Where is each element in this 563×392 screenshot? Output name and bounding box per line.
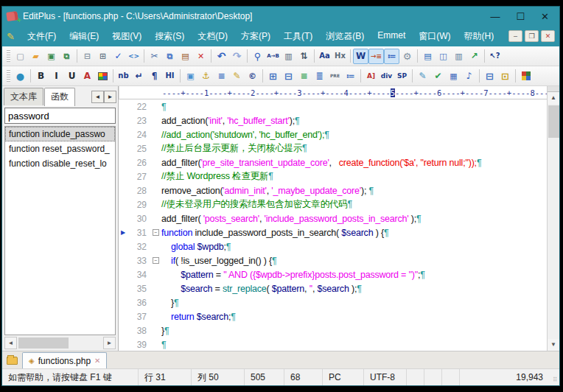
- center-align-button[interactable]: ≣: [312, 69, 327, 84]
- sidebar-tab-函数[interactable]: 函数: [44, 88, 75, 106]
- hex-view-button[interactable]: Hx: [332, 49, 348, 64]
- sidebar-tab-文本库[interactable]: 文本库: [4, 88, 43, 105]
- mdi-restore-button[interactable]: ❒: [525, 30, 539, 42]
- code-line[interactable]: 34 $pattern = " AND ({$wpdb->prefix}post…: [119, 267, 547, 281]
- function-list-item[interactable]: function reset_password_: [5, 141, 115, 156]
- open-in-browser-button[interactable]: ↗: [466, 49, 482, 64]
- browser-window-button[interactable]: ▥: [451, 49, 466, 64]
- align-left-button[interactable]: ≡: [296, 69, 312, 84]
- code-line[interactable]: 30add_filter( 'posts_search', 'include_p…: [119, 211, 547, 225]
- split-handle[interactable]: [548, 86, 559, 92]
- vscroll-down-arrow[interactable]: ▼: [548, 339, 559, 351]
- vscroll-thumb[interactable]: [548, 105, 559, 138]
- spell-check-button[interactable]: ✓: [111, 49, 126, 64]
- preferences-button[interactable]: ⚙: [399, 49, 415, 64]
- line-break-button[interactable]: ↵: [131, 69, 147, 84]
- print-preview-button[interactable]: ⊟: [80, 49, 95, 64]
- folder-icon[interactable]: [7, 357, 18, 365]
- fold-collapse-icon[interactable]: −: [150, 229, 161, 236]
- anchor-button[interactable]: ⚓: [198, 69, 214, 84]
- code-line[interactable]: 32 global $wpdb;¶: [119, 239, 547, 253]
- sp-button[interactable]: SP: [394, 69, 410, 84]
- code-line[interactable]: 29//使未登录用户的搜索结果包含加密文章的代码¶: [119, 197, 547, 211]
- indent-guide-button[interactable]: →≡: [368, 49, 384, 64]
- code-line[interactable]: 38}¶: [119, 323, 547, 337]
- minimize-button[interactable]: —: [490, 12, 500, 21]
- code-line[interactable]: 39¶: [119, 337, 547, 351]
- check-syntax-button[interactable]: ✔: [430, 69, 446, 84]
- underline-button[interactable]: U: [64, 69, 80, 84]
- code-line[interactable]: 36 }¶: [119, 295, 547, 309]
- replace-button[interactable]: A→B: [265, 49, 281, 64]
- copy-button[interactable]: ⧉: [162, 49, 178, 64]
- save-all-button[interactable]: ⧉: [59, 49, 74, 64]
- sort-button[interactable]: ⇅: [296, 49, 312, 64]
- tab-close-icon[interactable]: ✕: [94, 357, 100, 365]
- image-button[interactable]: ▣: [183, 69, 198, 84]
- copyright-button[interactable]: ©: [245, 69, 260, 84]
- table-properties-button[interactable]: ⊟: [281, 69, 296, 84]
- tab-scroll-right-button[interactable]: ►: [104, 91, 116, 103]
- fold-collapse-icon[interactable]: −: [150, 257, 161, 264]
- mdi-minimize-button[interactable]: –: [508, 30, 522, 42]
- form-field-button[interactable]: ⊟: [482, 69, 497, 84]
- code-line[interactable]: 24//add_action('shutdown', 'hc_buffer_en…: [119, 127, 547, 141]
- list-button[interactable]: ≔: [343, 69, 358, 84]
- code-line[interactable]: 33− if( !is_user_logged_in() ) {¶: [119, 253, 547, 267]
- bold-button[interactable]: B: [33, 69, 49, 84]
- find-button[interactable]: ⚲: [250, 49, 265, 64]
- code-line[interactable]: 25//禁止后台显示更新，关闭核心提示¶: [119, 141, 547, 155]
- hscroll-thumb[interactable]: [18, 337, 69, 349]
- window-list-button[interactable]: ◫: [436, 49, 451, 64]
- menu-文档d[interactable]: 文档(D): [191, 27, 234, 46]
- document-tab-functions-php[interactable]: ◈ functions.php ✕: [22, 352, 107, 368]
- script-edit-button[interactable]: ✎: [415, 69, 430, 84]
- menu-文件f[interactable]: 文件(F): [21, 27, 63, 46]
- code-line[interactable]: 27//禁止 Wordpress 检查更新¶: [119, 169, 547, 183]
- function-list-item[interactable]: function disable_reset_lo: [5, 156, 115, 171]
- maximize-button[interactable]: ☐: [516, 12, 525, 21]
- code-line[interactable]: ▶31−function include_password_posts_in_s…: [119, 225, 547, 239]
- find-in-files-button[interactable]: ▥: [281, 49, 296, 64]
- vscroll-up-arrow[interactable]: ▲: [548, 92, 559, 104]
- music-button[interactable]: ♪: [461, 69, 477, 84]
- code-line[interactable]: 37 return $search;¶: [119, 309, 547, 323]
- save-button[interactable]: ▣: [43, 49, 59, 64]
- print-button[interactable]: ⊞: [95, 49, 111, 64]
- close-button[interactable]: ✕: [541, 12, 549, 21]
- menu-emmet[interactable]: Emmet: [371, 27, 412, 46]
- new-document-button[interactable]: ▢: [13, 49, 28, 64]
- menu-帮助h[interactable]: 帮助(H): [458, 27, 501, 46]
- font-size-button[interactable]: Aa: [317, 49, 332, 64]
- sidebar-hscrollbar[interactable]: ◄ ►: [4, 337, 116, 349]
- preformatted-button[interactable]: PRE: [327, 69, 343, 84]
- line-numbers-button[interactable]: ≔: [384, 49, 399, 64]
- redo-button[interactable]: ↷: [229, 49, 245, 64]
- italic-button[interactable]: I: [49, 69, 64, 84]
- toolbar-grip[interactable]: [7, 49, 10, 63]
- form-panel-button[interactable]: ⊡: [497, 69, 513, 84]
- code-line[interactable]: 35 $search = str_replace( $pattern, '', …: [119, 281, 547, 295]
- font-color-button[interactable]: A: [80, 69, 95, 84]
- hscroll-right-arrow[interactable]: ►: [103, 337, 116, 349]
- nbsp-button[interactable]: nb: [116, 69, 131, 84]
- menu-编辑e[interactable]: 编辑(E): [63, 27, 105, 46]
- menu-方案p[interactable]: 方案(P): [234, 27, 277, 46]
- document-list-button[interactable]: ▤: [420, 49, 436, 64]
- div-button[interactable]: div: [379, 69, 394, 84]
- code-line[interactable]: 23add_action('init', 'hc_buffer_start');…: [119, 113, 547, 127]
- menu-窗口w[interactable]: 窗口(W): [412, 27, 457, 46]
- code-line[interactable]: 22¶: [119, 99, 547, 113]
- editor-pane[interactable]: ----+----1----+----2----+----3----+----4…: [119, 86, 547, 351]
- paragraph-button[interactable]: ¶: [147, 69, 162, 84]
- open-file-button[interactable]: ▰: [28, 49, 43, 64]
- function-list-item[interactable]: function include_passwo: [5, 127, 115, 141]
- heading-button[interactable]: HI: [162, 69, 178, 84]
- menu-浏览器b[interactable]: 浏览器(B): [319, 27, 371, 46]
- menu-视图v[interactable]: 视图(V): [105, 27, 148, 46]
- delete-button[interactable]: ✕: [193, 49, 209, 64]
- color-palette-button[interactable]: [95, 69, 111, 84]
- tab-scroll-left-button[interactable]: ◄: [91, 91, 104, 103]
- undo-button[interactable]: ↶: [214, 49, 229, 64]
- table-button[interactable]: ⊞: [265, 69, 281, 84]
